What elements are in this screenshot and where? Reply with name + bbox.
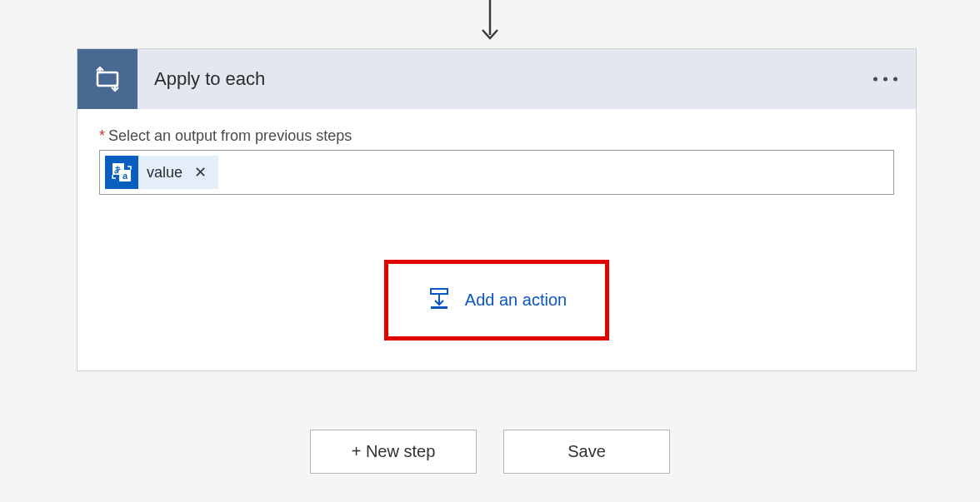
svg-text:a: a xyxy=(122,171,128,181)
highlight-box: Add an action xyxy=(384,260,609,340)
action-area: Add an action xyxy=(99,260,894,340)
loop-icon xyxy=(78,49,138,109)
field-label: *Select an output from previous steps xyxy=(99,127,894,145)
card-title: Apply to each xyxy=(138,68,265,90)
more-menu-button[interactable] xyxy=(873,77,898,82)
footer-buttons: + New step Save xyxy=(0,430,980,474)
token-label: value xyxy=(147,164,182,181)
apply-to-each-card: Apply to each *Select an output from pre… xyxy=(77,48,917,371)
insert-action-icon xyxy=(427,286,452,315)
card-body: *Select an output from previous steps あ … xyxy=(78,109,916,370)
new-step-button[interactable]: + New step xyxy=(310,430,477,474)
add-action-label: Add an action xyxy=(465,291,567,310)
connector-arrow xyxy=(480,0,500,46)
required-asterisk: * xyxy=(99,127,105,144)
add-action-button[interactable]: Add an action xyxy=(427,286,567,315)
output-selector-input[interactable]: あ a value ✕ xyxy=(99,150,894,195)
svg-rect-1 xyxy=(98,72,118,86)
translate-icon: あ a xyxy=(105,156,138,189)
remove-token-button[interactable]: ✕ xyxy=(191,165,210,180)
svg-rect-8 xyxy=(431,306,448,309)
svg-rect-6 xyxy=(431,289,448,294)
save-button[interactable]: Save xyxy=(503,430,670,474)
card-header[interactable]: Apply to each xyxy=(78,49,916,109)
dynamic-content-token[interactable]: あ a value ✕ xyxy=(105,156,218,189)
